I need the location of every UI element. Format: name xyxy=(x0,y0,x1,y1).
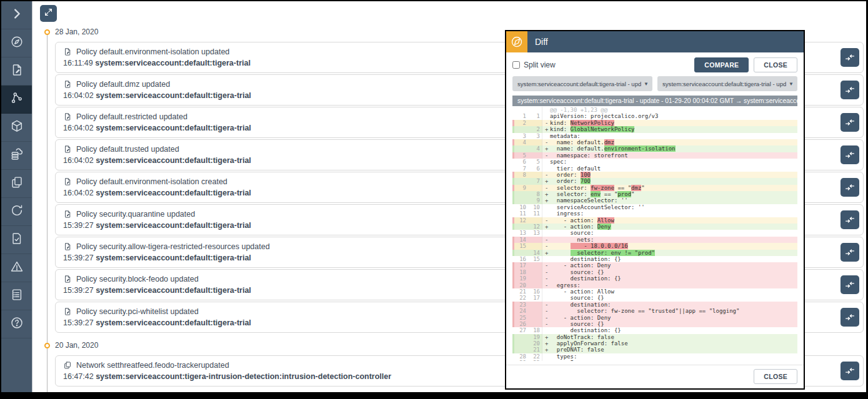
chevron-down-icon: ▼ xyxy=(789,81,794,87)
sidebar-item-storage[interactable] xyxy=(1,142,32,170)
compare-icon xyxy=(844,365,856,377)
right-revision-select[interactable]: system:serviceaccount:default:tigera-tri… xyxy=(657,76,797,91)
event-title: Policy default.trusted updated xyxy=(76,145,179,154)
warning-icon xyxy=(10,260,24,276)
event-diff-button[interactable] xyxy=(841,275,859,294)
close-button[interactable]: CLOSE xyxy=(754,57,797,72)
event-diff-button[interactable] xyxy=(841,243,859,262)
diff-row: 17- - action: Deny xyxy=(512,262,797,268)
event-time: 16:04:02 xyxy=(63,91,96,100)
diff-row: 24- selector: fw-zone == "trusted"||app … xyxy=(512,308,797,314)
file-edit-icon xyxy=(63,275,72,283)
event-title: Policy security.quarantine updated xyxy=(76,210,195,219)
event-time: 16:11:49 xyxy=(63,59,95,67)
event-diff-button[interactable] xyxy=(841,308,859,327)
sidebar-item-reports[interactable] xyxy=(1,282,32,310)
diff-controls: Split view COMPARE CLOSE xyxy=(512,57,797,73)
compass-logo-icon xyxy=(506,31,527,52)
file-edit-icon xyxy=(63,242,72,251)
chevron-right-icon xyxy=(10,7,24,23)
compare-icon xyxy=(844,279,856,290)
file-check-icon xyxy=(10,232,24,248)
diff-hunk-row: @@ -1,30 +1,23 @@ xyxy=(512,107,797,113)
sidebar-item-compliance[interactable] xyxy=(1,226,32,254)
sidebar-item-sync[interactable] xyxy=(1,198,32,226)
diff-row: 12+ - action: Deny xyxy=(512,224,797,230)
event-user: system:serviceaccount:default:tigera-tri… xyxy=(96,189,251,197)
event-user: system:serviceaccount:default:tigera-tri… xyxy=(95,59,251,67)
diff-modal-footer: CLOSE xyxy=(506,365,804,388)
diff-row: 1313 source: xyxy=(512,230,797,236)
diff-row: 2822 types: xyxy=(512,353,797,360)
split-view-label: Split view xyxy=(524,61,556,69)
split-view-checkbox[interactable] xyxy=(512,61,520,69)
report-icon xyxy=(10,288,24,304)
file-edit-icon xyxy=(10,63,24,79)
diff-row: 21+ preDNAT: false xyxy=(512,347,797,353)
diff-row: 20- egress: xyxy=(512,282,797,288)
event-time: 16:04:02 xyxy=(63,156,96,165)
diff-row: 19+ doNotTrack: false xyxy=(512,334,797,340)
file-edit-icon xyxy=(63,112,72,121)
diff-buttons: COMPARE CLOSE xyxy=(694,57,797,72)
compare-button[interactable]: COMPARE xyxy=(694,57,749,72)
event-time: 15:39:27 xyxy=(63,286,96,295)
diff-row: 33metadata: xyxy=(512,133,797,139)
sidebar-item-expand-nav[interactable] xyxy=(1,1,32,29)
event-diff-button[interactable] xyxy=(841,81,859,99)
event-title: Policy default.dmz updated xyxy=(76,80,170,89)
event-diff-button[interactable] xyxy=(841,145,859,164)
diff-row: 2718 destination: {} xyxy=(512,327,797,333)
diff-row: 12- - action: Allow xyxy=(512,217,797,224)
sidebar-item-network-graph[interactable] xyxy=(1,86,32,114)
sidebar-item-alerts[interactable] xyxy=(1,254,32,282)
diff-row: 26- source: {} xyxy=(512,321,797,327)
sidebar-item-namespaces[interactable] xyxy=(1,170,32,198)
sidebar xyxy=(1,1,32,392)
event-time: 15:39:27 xyxy=(63,254,96,262)
compare-icon xyxy=(844,52,856,63)
diff-row: 25- - action: Deny xyxy=(512,315,797,321)
sidebar-item-policies[interactable] xyxy=(1,57,32,86)
sidebar-item-dashboard[interactable] xyxy=(1,29,32,57)
diff-row: 9+ namespaceSelector: '' xyxy=(512,197,797,204)
app-screen: 28 Jan, 2020Policy default.environment-i… xyxy=(1,1,866,392)
chevron-down-icon: ▼ xyxy=(644,81,649,87)
compare-icon xyxy=(844,247,856,258)
diff-modal-header: Diff xyxy=(506,31,804,52)
sidebar-item-workloads[interactable] xyxy=(1,114,32,142)
event-time: 15:39:27 xyxy=(63,318,96,327)
event-diff-button[interactable] xyxy=(841,113,859,132)
event-user: system:serviceaccount:default:tigera-tri… xyxy=(96,91,251,100)
diff-row: 9- selector: fw-zone == "dmz" xyxy=(512,185,797,191)
diff-row: 1010 serviceAccountSelector: '' xyxy=(512,204,797,210)
diff-view: system:serviceaccount:default:tigera-tri… xyxy=(512,96,797,361)
file-edit-icon xyxy=(63,80,72,89)
file-edit-icon xyxy=(63,210,72,219)
sidebar-item-help[interactable] xyxy=(1,310,32,338)
event-diff-button[interactable] xyxy=(841,210,859,229)
diff-row: 23- destination: xyxy=(512,302,797,308)
diff-row: 1615 destination: {} xyxy=(512,256,797,262)
compass-icon xyxy=(10,35,24,51)
compare-icon xyxy=(844,182,856,193)
diff-row: 15- - 18.0.0.0/16 xyxy=(512,243,797,249)
diff-row: 2+kind: GlobalNetworkPolicy xyxy=(512,126,797,132)
footer-close-button[interactable]: CLOSE xyxy=(754,369,797,384)
copies-icon xyxy=(10,175,24,192)
split-view-toggle[interactable]: Split view xyxy=(512,61,556,69)
event-diff-button[interactable] xyxy=(841,178,859,197)
event-diff-button[interactable] xyxy=(841,362,859,380)
left-revision-select[interactable]: system:serviceaccount:default:tigera-tri… xyxy=(512,76,652,91)
refresh-icon xyxy=(10,204,24,220)
diff-row: 8+ selector: env == "prod" xyxy=(512,191,797,197)
event-time: 16:04:02 xyxy=(63,124,96,132)
diff-row: 2-kind: NetworkPolicy xyxy=(512,120,797,126)
diff-row: 65spec: xyxy=(512,159,797,165)
diff-range-header: system:serviceaccount:default:tigera-tri… xyxy=(512,96,797,106)
event-title: Network setthreatfeed.feodo-trackerupdat… xyxy=(76,361,229,370)
modal-title: Diff xyxy=(535,37,548,47)
compare-icon xyxy=(844,117,856,128)
compare-icon xyxy=(844,84,856,96)
event-diff-button[interactable] xyxy=(841,48,859,67)
